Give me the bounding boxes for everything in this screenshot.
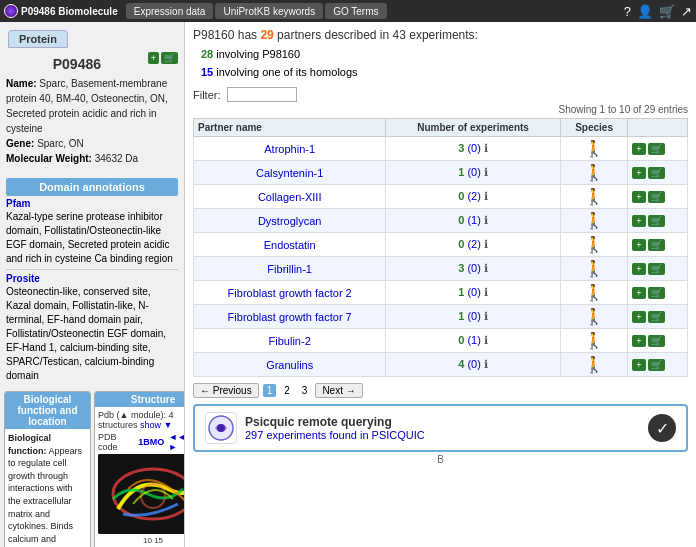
protein-meta: Name: Sparc, Basement-membrane protein 4… xyxy=(6,76,178,166)
exp-green: 1 xyxy=(458,310,464,322)
add-partner-button[interactable]: + xyxy=(632,287,645,299)
help-icon[interactable]: ? xyxy=(624,4,631,19)
partner-name-cell[interactable]: Endostatin xyxy=(194,233,386,257)
add-partner-button[interactable]: + xyxy=(632,191,645,203)
col-actions-header xyxy=(628,119,688,137)
pagination: ← Previous 1 2 3 Next → xyxy=(193,383,688,398)
partner-name-cell[interactable]: Fibrillin-1 xyxy=(194,257,386,281)
cart-partner-button[interactable]: 🛒 xyxy=(648,263,665,275)
partners-table: Partner name Number of experiments Speci… xyxy=(193,118,688,377)
info-icon[interactable]: ℹ xyxy=(484,286,488,298)
add-partner-button[interactable]: + xyxy=(632,335,645,347)
info-icon[interactable]: ℹ xyxy=(484,358,488,370)
partner-name-cell[interactable]: Fibroblast growth factor 2 xyxy=(194,281,386,305)
uniprotkb-button[interactable]: UniProtKB keywords xyxy=(215,3,323,19)
struct-title: Structure xyxy=(95,392,185,407)
pfam-label: Pfam xyxy=(6,198,178,209)
species-cell: 🚶 xyxy=(560,137,628,161)
human-figure-icon: 🚶 xyxy=(584,188,604,205)
psicquic-count[interactable]: 297 experiments found in PSICQUIC xyxy=(245,429,640,441)
add-partner-button[interactable]: + xyxy=(632,311,645,323)
cart-partner-button[interactable]: 🛒 xyxy=(648,335,665,347)
cart-icon-protein[interactable]: 🛒 xyxy=(161,52,178,64)
partner-name-cell[interactable]: Atrophin-1 xyxy=(194,137,386,161)
add-partner-button[interactable]: + xyxy=(632,167,645,179)
col-species-header[interactable]: Species xyxy=(560,119,628,137)
add-partner-button[interactable]: + xyxy=(632,263,645,275)
page-1[interactable]: 1 xyxy=(263,384,277,397)
bio-box: Biological function and location Biologi… xyxy=(4,391,91,547)
action-buttons: + 🛒 xyxy=(632,143,683,155)
page-3[interactable]: 3 xyxy=(298,384,312,397)
action-buttons: + 🛒 xyxy=(632,335,683,347)
table-row: Fibroblast growth factor 71 (0) ℹ🚶 + 🛒 xyxy=(194,305,688,329)
exp-blue: (0) xyxy=(467,142,480,154)
action-buttons: + 🛒 xyxy=(632,239,683,251)
experiments-cell: 1 (0) ℹ xyxy=(386,281,560,305)
cart-partner-button[interactable]: 🛒 xyxy=(648,239,665,251)
top-navigation: P09486 Biomolecule Expression data UniPr… xyxy=(0,0,696,22)
table-row: Endostatin0 (2) ℹ🚶 + 🛒 xyxy=(194,233,688,257)
share-icon[interactable]: ↗ xyxy=(681,4,692,19)
cart-partner-button[interactable]: 🛒 xyxy=(648,143,665,155)
cart-icon[interactable]: 🛒 xyxy=(659,4,675,19)
protein-id: P09486 xyxy=(6,56,148,72)
prev-button[interactable]: ← Previous xyxy=(193,383,259,398)
add-partner-button[interactable]: + xyxy=(632,215,645,227)
structure-box: Structure Pdb (▲ module): 4 structures s… xyxy=(94,391,185,547)
pdb-code-value[interactable]: 1BMO xyxy=(138,437,164,447)
pdb-show-btn[interactable]: show ▼ xyxy=(140,420,172,430)
page-2[interactable]: 2 xyxy=(280,384,294,397)
info-icon[interactable]: ℹ xyxy=(484,142,488,154)
add-icon[interactable]: + xyxy=(148,52,159,64)
protein-3d-svg xyxy=(98,454,185,534)
psicquic-text-area: Psicquic remote querying 297 experiments… xyxy=(245,415,640,441)
human-figure-icon: 🚶 xyxy=(584,284,604,301)
info-icon[interactable]: ℹ xyxy=(484,334,488,346)
exp-green: 3 xyxy=(458,262,464,274)
info-icon[interactable]: ℹ xyxy=(484,262,488,274)
cart-partner-button[interactable]: 🛒 xyxy=(648,311,665,323)
info-icon[interactable]: ℹ xyxy=(484,238,488,250)
partner-name-cell[interactable]: Calsyntenin-1 xyxy=(194,161,386,185)
experiments-cell: 0 (2) ℹ xyxy=(386,233,560,257)
user-icon[interactable]: 👤 xyxy=(637,4,653,19)
pdb-nav-btn[interactable]: ◄◄ 1/4 ► xyxy=(168,432,185,452)
cart-partner-button[interactable]: 🛒 xyxy=(648,287,665,299)
human-figure-icon: 🚶 xyxy=(584,140,604,157)
exp-green: 3 xyxy=(458,142,464,154)
filter-input[interactable] xyxy=(227,87,297,102)
psicquic-check-icon[interactable]: ✓ xyxy=(648,414,676,442)
bio-title: Biological function and location xyxy=(5,392,90,429)
col-experiments-header[interactable]: Number of experiments xyxy=(386,119,560,137)
protein-tab[interactable]: Protein xyxy=(8,30,68,48)
partner-name-cell[interactable]: Fibroblast growth factor 7 xyxy=(194,305,386,329)
line3-text: involving one of its homologs xyxy=(216,66,357,78)
add-partner-button[interactable]: + xyxy=(632,359,645,371)
info-icon[interactable]: ℹ xyxy=(484,214,488,226)
exp-green: 4 xyxy=(458,358,464,370)
next-button[interactable]: Next → xyxy=(315,383,362,398)
cart-partner-button[interactable]: 🛒 xyxy=(648,359,665,371)
add-partner-button[interactable]: + xyxy=(632,143,645,155)
go-terms-button[interactable]: GO Terms xyxy=(325,3,386,19)
partner-name-cell[interactable]: Dystroglycan xyxy=(194,209,386,233)
name-label: Name: xyxy=(6,78,39,89)
species-cell: 🚶 xyxy=(560,305,628,329)
info-icon[interactable]: ℹ xyxy=(484,166,488,178)
experiments-cell: 0 (1) ℹ xyxy=(386,209,560,233)
line2-text: involving P98160 xyxy=(216,48,300,60)
add-partner-button[interactable]: + xyxy=(632,239,645,251)
pdb-code-row: PDB code 1BMO ◄◄ 1/4 ► xyxy=(98,432,185,452)
cart-partner-button[interactable]: 🛒 xyxy=(648,167,665,179)
info-icon[interactable]: ℹ xyxy=(484,190,488,202)
cart-partner-button[interactable]: 🛒 xyxy=(648,215,665,227)
info-icon[interactable]: ℹ xyxy=(484,310,488,322)
seq-numbers: 10 15 xyxy=(143,536,163,545)
partner-name-cell[interactable]: Collagen-XIII xyxy=(194,185,386,209)
partner-name-cell[interactable]: Fibulin-2 xyxy=(194,329,386,353)
expression-data-button[interactable]: Expression data xyxy=(126,3,214,19)
cart-partner-button[interactable]: 🛒 xyxy=(648,191,665,203)
partner-name-cell[interactable]: Granulins xyxy=(194,353,386,377)
col-partner-header[interactable]: Partner name xyxy=(194,119,386,137)
